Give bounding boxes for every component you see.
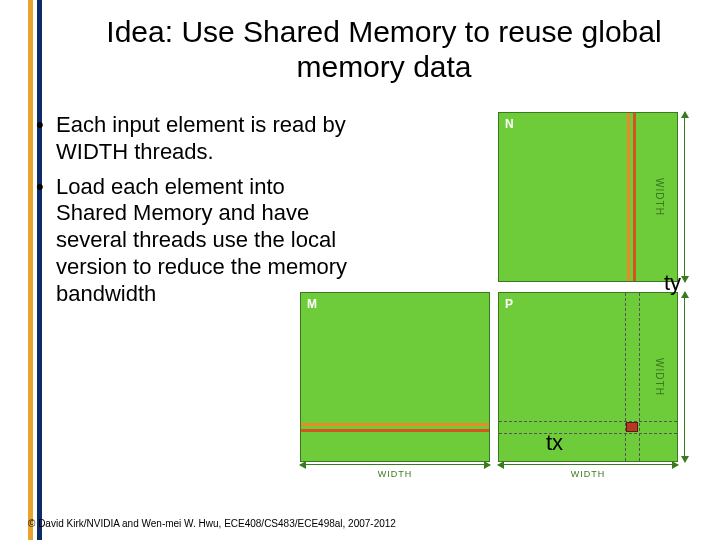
matrix-p-label: P <box>505 297 513 311</box>
matrix-n: N WIDTH <box>498 112 678 282</box>
arrow-up-icon <box>681 111 689 118</box>
m-width-label: WIDTH <box>378 469 413 479</box>
arrow-up-icon <box>681 291 689 298</box>
matrix-diagram: N WIDTH M P WIDTH <box>300 112 696 492</box>
matrix-p: P WIDTH <box>498 292 678 462</box>
arrow-left-icon <box>497 461 504 469</box>
column-highlight-1 <box>627 113 630 281</box>
matrix-m: M <box>300 292 490 462</box>
arrow-left-icon <box>299 461 306 469</box>
output-tile <box>626 422 638 432</box>
proj-line-h2 <box>499 433 677 434</box>
proj-line-h1 <box>499 421 677 422</box>
matrix-n-label: N <box>505 117 514 131</box>
matrix-m-label: M <box>307 297 317 311</box>
column-highlight-2 <box>633 113 636 281</box>
m-width-bracket: WIDTH <box>300 464 490 465</box>
accent-bar-yellow <box>28 0 33 540</box>
proj-line-v2 <box>639 293 640 461</box>
row-highlight-1 <box>301 423 489 426</box>
ty-label: ty <box>664 270 681 296</box>
proj-line-v1 <box>625 293 626 461</box>
slide: Idea: Use Shared Memory to reuse global … <box>0 0 720 540</box>
copyright-text: © David Kirk/NVIDIA and Wen-mei W. Hwu, … <box>28 518 396 530</box>
p-width-bracket: WIDTH <box>498 464 678 465</box>
arrow-right-icon <box>672 461 679 469</box>
matrix-n-width-label: WIDTH <box>655 178 666 216</box>
slide-title: Idea: Use Shared Memory to reuse global … <box>88 14 680 85</box>
p-width-label: WIDTH <box>571 469 606 479</box>
tx-label: tx <box>546 430 563 456</box>
p-height-bracket <box>684 292 685 462</box>
arrow-down-icon <box>681 276 689 283</box>
arrow-down-icon <box>681 456 689 463</box>
matrix-p-width-label: WIDTH <box>655 358 666 396</box>
arrow-right-icon <box>484 461 491 469</box>
n-height-bracket <box>684 112 685 282</box>
row-highlight-2 <box>301 429 489 432</box>
